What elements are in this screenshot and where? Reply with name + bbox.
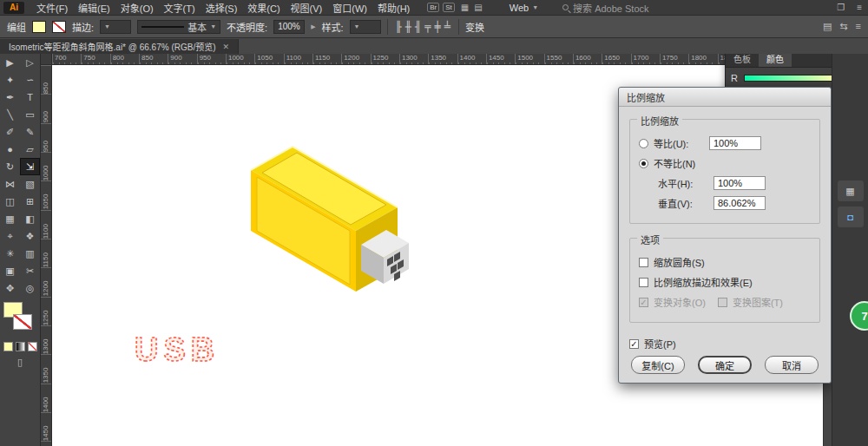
- horizontal-input[interactable]: [713, 176, 766, 190]
- copy-button[interactable]: 复制(C): [631, 356, 685, 374]
- document-tab-bar: Isometric等距视角斜角网格.ai* @ 66.67% (RGB/预览) …: [0, 38, 868, 54]
- pencil-tool[interactable]: ✎: [20, 123, 40, 141]
- color-button[interactable]: [3, 342, 13, 351]
- align-icon[interactable]: ╢: [413, 21, 423, 33]
- column-graph-tool[interactable]: ▥: [20, 245, 40, 262]
- gradient-tool[interactable]: ◧: [20, 210, 40, 227]
- uniform-row: 等比(U):: [639, 136, 811, 150]
- type-tool[interactable]: T: [20, 89, 40, 106]
- uniform-radio[interactable]: [639, 139, 648, 148]
- rectangle-tool[interactable]: ▭: [20, 106, 40, 123]
- menubar-item[interactable]: 文字(T): [159, 1, 201, 15]
- slice-tool[interactable]: ✂: [20, 262, 40, 279]
- menubar-item[interactable]: 帮助(H): [372, 1, 415, 15]
- shape-builder-tool[interactable]: ◫: [0, 193, 20, 210]
- close-icon[interactable]: ✕: [223, 43, 230, 51]
- green-overlay-badge[interactable]: 7: [850, 301, 868, 331]
- scale-corners-checkbox[interactable]: [639, 258, 648, 267]
- free-transform-tool[interactable]: ▧: [20, 175, 40, 193]
- uniform-input[interactable]: [709, 136, 761, 150]
- symbol-sprayer-tool[interactable]: ✳: [0, 245, 20, 262]
- vertical-input[interactable]: [713, 196, 766, 210]
- channel-slider-r[interactable]: [744, 75, 832, 82]
- magic-wand-tool[interactable]: ✦: [0, 71, 20, 89]
- align-icon[interactable]: ╪: [433, 21, 443, 33]
- line-segment-tool[interactable]: ╲: [0, 106, 20, 123]
- collapsed-panel-artboards[interactable]: ◘: [838, 207, 864, 227]
- paintbrush-tool[interactable]: ✐: [0, 123, 20, 141]
- eyedropper-tool[interactable]: ⌖: [0, 227, 20, 245]
- layout-icon[interactable]: ▤: [471, 3, 484, 12]
- document-tab[interactable]: Isometric等距视角斜角网格.ai* @ 66.67% (RGB/预览) …: [0, 39, 239, 54]
- panel-tab[interactable]: 色板: [726, 54, 759, 67]
- hand-tool[interactable]: ✥: [0, 279, 20, 297]
- rotate-tool[interactable]: ↻: [0, 158, 20, 175]
- stroke-color-control[interactable]: [13, 314, 32, 330]
- perspective-grid-tool[interactable]: ⊞: [20, 193, 40, 210]
- direct-selection-tool[interactable]: ▷: [20, 54, 40, 71]
- ruler-tick: 750: [81, 54, 109, 65]
- fill-color-swatch[interactable]: [32, 21, 46, 33]
- style-dropdown[interactable]: ▼: [350, 20, 381, 34]
- app-badge-button[interactable]: Br: [427, 3, 439, 12]
- layout-icon[interactable]: ▦: [458, 3, 471, 12]
- menubar-item[interactable]: 效果(C): [242, 1, 285, 15]
- panel-icon[interactable]: ≡: [856, 21, 861, 32]
- align-icon[interactable]: ╤: [423, 21, 432, 33]
- workspace-switcher[interactable]: Web ▼: [510, 3, 538, 13]
- non-uniform-radio[interactable]: [639, 159, 648, 168]
- ruler-tick: 1500: [515, 54, 543, 65]
- menubar-item[interactable]: 视图(V): [286, 1, 328, 15]
- stroke-color-swatch[interactable]: [52, 21, 66, 33]
- document-title: Isometric等距视角斜角网格.ai* @ 66.67% (RGB/预览): [9, 40, 216, 53]
- collapsed-panel-swatches[interactable]: ▦: [838, 180, 864, 201]
- menubar-item[interactable]: 编辑(E): [73, 1, 115, 15]
- dialog-title-bar[interactable]: 比例缩放: [619, 88, 831, 107]
- transform-link[interactable]: 变换: [465, 20, 484, 34]
- window-icon[interactable]: ❐: [834, 3, 847, 12]
- panel-tab[interactable]: 颜色: [759, 54, 792, 67]
- ok-button[interactable]: 确定: [698, 356, 752, 374]
- menubar-item[interactable]: 窗口(W): [327, 1, 372, 15]
- opacity-field[interactable]: 100%: [273, 20, 305, 34]
- menubar-item[interactable]: 选择(S): [201, 1, 243, 15]
- gradient-button[interactable]: [16, 342, 25, 351]
- usb-text[interactable]: USB: [135, 331, 220, 368]
- blend-tool[interactable]: ❖: [20, 227, 40, 245]
- panel-icon[interactable]: ⇆: [839, 21, 847, 32]
- pen-tool[interactable]: ✒: [0, 89, 20, 106]
- ruler-tick: 1400: [457, 54, 486, 65]
- zoom-tool[interactable]: ◎: [20, 279, 40, 297]
- panel-icon[interactable]: ▤: [823, 21, 832, 32]
- artboard-tool[interactable]: ▣: [0, 262, 20, 279]
- align-icon[interactable]: ╟: [394, 21, 404, 33]
- none-button[interactable]: [28, 342, 37, 351]
- align-icon[interactable]: ╧: [443, 21, 452, 33]
- selection-tool[interactable]: ▶: [0, 54, 20, 71]
- menubar-item[interactable]: 文件(F): [31, 1, 73, 15]
- transform-patterns-checkbox[interactable]: [718, 298, 727, 307]
- window-icon[interactable]: ≡: [854, 3, 865, 12]
- screen-mode-button[interactable]: ▯: [17, 357, 23, 368]
- blob-brush-tool[interactable]: ●: [0, 141, 20, 158]
- stock-search[interactable]: 搜索 Adobe Stock: [562, 1, 648, 15]
- lasso-tool[interactable]: ∽: [20, 71, 40, 89]
- scale-strokes-checkbox[interactable]: [639, 278, 648, 287]
- cancel-button[interactable]: 取消: [765, 356, 819, 374]
- color-mode-buttons: [0, 342, 40, 351]
- menubar-item[interactable]: 对象(O): [115, 1, 159, 15]
- transform-objects-checkbox[interactable]: ✓: [639, 298, 648, 307]
- width-tool[interactable]: ⋈: [0, 175, 20, 193]
- chevron-right-icon[interactable]: ▶: [311, 23, 315, 30]
- mesh-tool[interactable]: ▦: [0, 210, 20, 227]
- preview-checkbox[interactable]: ✓: [629, 339, 639, 349]
- align-icon[interactable]: ╫: [404, 21, 413, 33]
- app-badge-button[interactable]: St: [443, 3, 455, 12]
- eraser-tool[interactable]: ▱: [20, 141, 40, 158]
- usb-drive-illustration[interactable]: [251, 147, 409, 292]
- scale-tool[interactable]: ⇲: [20, 158, 40, 175]
- scale-strokes-label: 比例缩放描边和效果(E): [654, 275, 753, 289]
- align-group: ╟╫╢╤╪╧: [394, 21, 452, 33]
- stroke-width-field[interactable]: ▼: [100, 20, 131, 34]
- brush-definition-dropdown[interactable]: 基本 ▼: [137, 20, 220, 34]
